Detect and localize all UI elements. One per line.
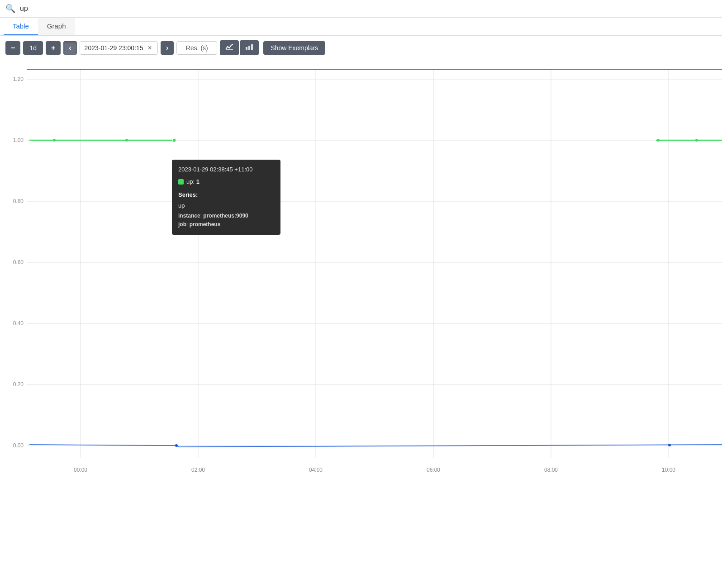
svg-rect-2	[248, 46, 250, 50]
svg-point-41	[668, 444, 671, 446]
svg-text:1.20: 1.20	[13, 76, 24, 82]
search-bar: 🔍	[0, 0, 722, 18]
next-button[interactable]: ›	[161, 41, 174, 55]
svg-text:04:00: 04:00	[309, 467, 323, 473]
tab-graph[interactable]: Graph	[38, 18, 75, 35]
prev-button[interactable]: ‹	[63, 41, 76, 55]
chart-type-buttons	[220, 40, 259, 55]
svg-text:1.00: 1.00	[13, 137, 24, 143]
svg-text:0.20: 0.20	[13, 381, 24, 388]
datetime-field: 2023-01-29 23:00:15 ×	[80, 41, 158, 55]
tabs-container: Table Graph	[0, 18, 722, 36]
svg-text:08:00: 08:00	[544, 467, 558, 473]
svg-text:06:00: 06:00	[427, 467, 440, 473]
duration-button[interactable]: 1d	[23, 41, 43, 55]
clear-datetime-button[interactable]: ×	[147, 44, 153, 52]
datetime-value: 2023-01-29 23:00:15	[85, 44, 143, 52]
decrease-button[interactable]: −	[5, 41, 20, 55]
svg-text:0.40: 0.40	[13, 320, 24, 327]
svg-text:0.60: 0.60	[13, 259, 24, 266]
svg-point-35	[657, 139, 660, 142]
svg-point-31	[53, 139, 56, 142]
svg-point-33	[172, 138, 176, 142]
svg-point-32	[125, 139, 128, 142]
svg-text:00:00: 00:00	[74, 467, 87, 473]
svg-text:0.00: 0.00	[13, 442, 24, 449]
svg-text:02:00: 02:00	[191, 467, 205, 473]
svg-point-36	[695, 139, 698, 142]
stacked-chart-icon	[245, 43, 253, 51]
line-chart-icon	[225, 43, 233, 51]
stacked-chart-button[interactable]	[240, 40, 259, 55]
svg-rect-3	[251, 44, 253, 50]
search-icon: 🔍	[5, 4, 15, 14]
svg-text:10:00: 10:00	[662, 467, 675, 473]
chart-svg: 1.20 1.00 0.80 0.60 0.40 0.20 0.00 00:00…	[0, 60, 722, 503]
svg-point-40	[175, 444, 178, 447]
tab-table[interactable]: Table	[4, 18, 38, 35]
svg-text:0.80: 0.80	[13, 198, 24, 204]
chart-area: 1.20 1.00 0.80 0.60 0.40 0.20 0.00 00:00…	[0, 60, 722, 505]
svg-rect-1	[246, 47, 247, 50]
toolbar: − 1d + ‹ 2023-01-29 23:00:15 × › Res. (s…	[0, 36, 722, 60]
resolution-field[interactable]: Res. (s)	[176, 41, 217, 55]
search-input[interactable]	[20, 5, 717, 13]
increase-button[interactable]: +	[46, 41, 61, 55]
line-chart-button[interactable]	[220, 40, 239, 55]
show-exemplars-button[interactable]: Show Exemplars	[263, 41, 325, 55]
